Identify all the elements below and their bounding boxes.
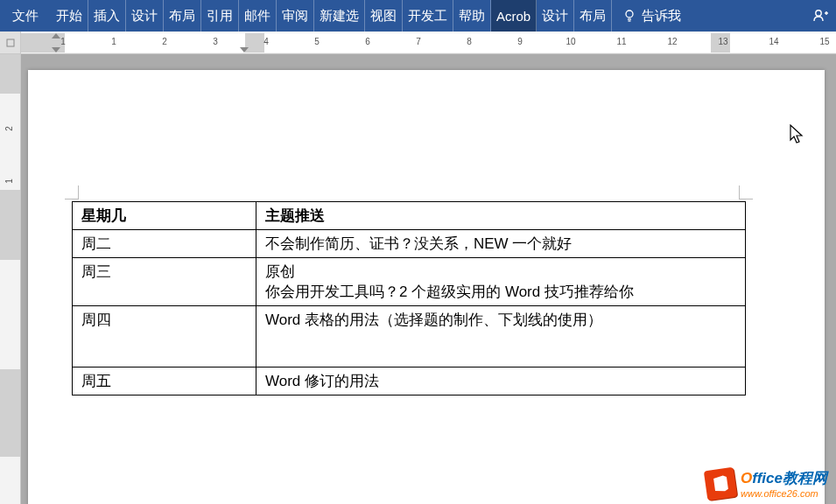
cell-topic[interactable]: Word 表格的用法（选择题的制作、下划线的使用）	[256, 306, 746, 368]
vruler-tick: 1	[4, 178, 14, 184]
ribbon-tabs: 文件 开始 插入 设计 布局 引用 邮件 审阅 新建选 视图 开发工 帮助 Ac…	[0, 0, 836, 32]
ruler-tick: 14	[769, 37, 778, 46]
horizontal-ruler[interactable]: 1 1 2 3 4 5 6 7 8 9 10 11 12 13 14 15	[0, 32, 836, 54]
ruler-tick: 2	[162, 37, 167, 46]
page: 星期几 主题推送 周二 不会制作简历、证书？没关系，NEW 一个就好 周三 原创…	[28, 70, 825, 504]
cell-day[interactable]: 周四	[73, 306, 256, 368]
ruler-tick: 15	[819, 37, 829, 46]
tab-new[interactable]: 新建选	[314, 0, 365, 32]
table-row[interactable]: 周三 原创 你会用开发工具吗？2 个超级实用的 Word 技巧推荐给你	[73, 258, 746, 306]
tab-help[interactable]: 帮助	[453, 0, 491, 32]
table-header-day[interactable]: 星期几	[73, 202, 256, 230]
vruler-tick: 2	[4, 126, 14, 131]
tab-references[interactable]: 引用	[201, 0, 239, 32]
tab-layout[interactable]: 布局	[164, 0, 201, 32]
tab-mailings[interactable]: 邮件	[239, 0, 277, 32]
lightbulb-icon	[622, 9, 636, 23]
tab-view[interactable]: 视图	[365, 0, 403, 32]
tab-home[interactable]: 开始	[51, 0, 88, 32]
ruler-tick: 13	[718, 37, 727, 46]
tab-developer[interactable]: 开发工	[403, 0, 453, 32]
cell-day[interactable]: 周五	[73, 368, 256, 396]
ruler-tick: 1	[60, 37, 66, 46]
left-indent-marker[interactable]	[52, 47, 60, 52]
tab-file[interactable]: 文件	[0, 0, 51, 32]
table-row[interactable]: 周二 不会制作简历、证书？没关系，NEW 一个就好	[73, 230, 746, 258]
table-header-topic[interactable]: 主题推送	[256, 202, 746, 230]
table-row[interactable]: 周四 Word 表格的用法（选择题的制作、下划线的使用）	[73, 306, 746, 368]
ruler-tick: 7	[416, 37, 421, 46]
ruler-tick: 12	[667, 37, 677, 46]
ruler-tick: 10	[566, 37, 575, 46]
share-icon[interactable]	[811, 7, 829, 24]
ruler-tick: 1	[111, 37, 116, 46]
ruler-tick: 4	[263, 37, 269, 46]
margin-corner-icon	[65, 186, 79, 200]
cell-topic[interactable]: Word 修订的用法	[256, 368, 746, 396]
tab-insert[interactable]: 插入	[88, 0, 126, 32]
right-indent-marker[interactable]	[240, 47, 249, 52]
svg-point-0	[626, 10, 633, 18]
document-canvas[interactable]: 星期几 主题推送 周二 不会制作简历、证书？没关系，NEW 一个就好 周三 原创…	[21, 54, 836, 504]
tell-me-label: 告诉我	[642, 8, 681, 24]
ruler-tick: 9	[517, 37, 523, 46]
cell-day[interactable]: 周三	[73, 258, 256, 306]
ruler-corner	[0, 32, 21, 53]
table-row[interactable]: 周五 Word 修订的用法	[73, 368, 746, 396]
content-table[interactable]: 星期几 主题推送 周二 不会制作简历、证书？没关系，NEW 一个就好 周三 原创…	[72, 201, 746, 396]
cell-topic[interactable]: 原创 你会用开发工具吗？2 个超级实用的 Word 技巧推荐给你	[256, 258, 746, 306]
tell-me-search[interactable]: 告诉我	[612, 0, 692, 32]
svg-point-3	[816, 10, 821, 16]
ruler-tick: 6	[365, 37, 370, 46]
cell-topic[interactable]: 不会制作简历、证书？没关系，NEW 一个就好	[256, 230, 746, 258]
tab-acrobat[interactable]: Acrob	[491, 0, 537, 32]
ruler-tick: 5	[314, 37, 320, 46]
margin-corner-icon	[739, 186, 753, 200]
svg-rect-6	[7, 39, 14, 46]
tab-review[interactable]: 审阅	[277, 0, 314, 32]
ruler-tick: 11	[616, 37, 626, 46]
tab-table-design[interactable]: 设计	[537, 0, 574, 32]
vertical-ruler[interactable]: 2 1	[0, 54, 21, 504]
first-line-indent-marker[interactable]	[52, 33, 60, 38]
ruler-tick: 3	[213, 37, 218, 46]
tab-design[interactable]: 设计	[126, 0, 164, 32]
cell-day[interactable]: 周二	[73, 230, 256, 258]
tab-table-layout[interactable]: 布局	[574, 0, 612, 32]
ruler-tick: 8	[467, 37, 472, 46]
